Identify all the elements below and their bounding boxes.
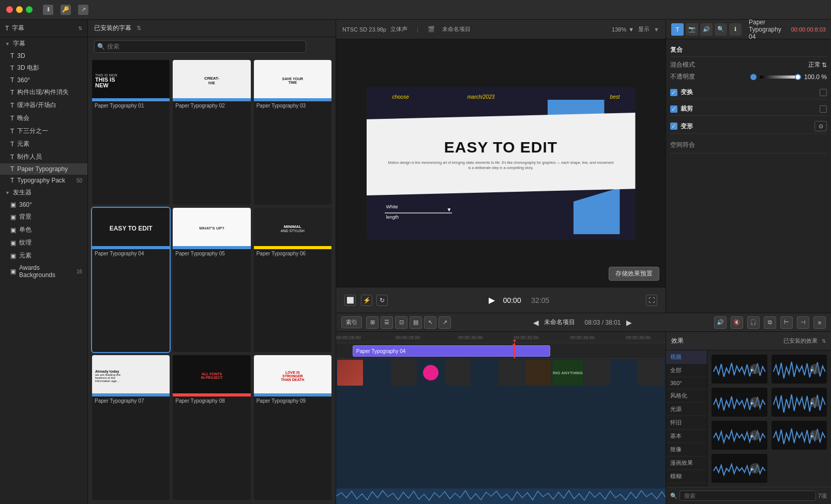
- sidebar-item-buffer-icon: T: [10, 102, 14, 109]
- sidebar-item-360[interactable]: T 360°: [0, 74, 87, 86]
- effect-cat-stylize[interactable]: 风格化: [666, 389, 707, 403]
- distort-checkbox[interactable]: ✓: [670, 123, 677, 130]
- crop-expand-btn[interactable]: [820, 105, 827, 113]
- maximize-button[interactable]: [26, 6, 33, 13]
- sidebar-item-3d[interactable]: T 3D: [0, 50, 87, 62]
- library-sort-icon[interactable]: ⇅: [137, 25, 141, 32]
- sidebar-item-3d-movie[interactable]: T 3D 电影: [0, 62, 87, 74]
- inspector-tab-text[interactable]: T: [671, 23, 684, 36]
- effect-cat-cartoon[interactable]: 漫画效果: [666, 456, 707, 470]
- wand-icon[interactable]: ⚡: [361, 295, 372, 306]
- inspector-tab-fx[interactable]: 🔍: [715, 23, 727, 36]
- effect-cat-blur[interactable]: 模糊: [666, 470, 707, 483]
- inspector-tab-video[interactable]: 📷: [686, 23, 698, 36]
- effect-cat-vintage[interactable]: 怀旧: [666, 416, 707, 430]
- view-button[interactable]: 显示: [638, 25, 649, 33]
- timeline-collapse[interactable]: ⊡: [395, 316, 407, 329]
- effect-lion-master[interactable]: ▶ Lion Master: [712, 421, 767, 450]
- download-icon[interactable]: ⬇: [43, 5, 53, 15]
- effect-cat-all[interactable]: 全部: [666, 364, 707, 377]
- opacity-slider[interactable]: [760, 75, 801, 79]
- timeline-clip-view[interactable]: ⊞: [366, 316, 379, 329]
- library-item-04[interactable]: EASY TO EDIT Paper Typography 04: [92, 208, 170, 353]
- save-effect-button[interactable]: 存储效果预置: [609, 267, 659, 281]
- effect-timemachine[interactable]: ▶ TimeMachine: [772, 421, 827, 450]
- library-item-03[interactable]: SAVE YOURTIME Paper Typography 03: [254, 60, 331, 205]
- library-item-07[interactable]: Already today we are leading the forefro…: [92, 355, 170, 500]
- effect-cat-basic[interactable]: 基本: [666, 430, 707, 443]
- sidebar-item-credits[interactable]: T 制作人员: [0, 150, 87, 163]
- distort-options-btn[interactable]: ⊙: [814, 121, 827, 131]
- effects-search-input[interactable]: [679, 491, 816, 501]
- library-item-05[interactable]: WHAT'S UP? Paper Typography 05: [173, 208, 250, 353]
- crop-checkbox[interactable]: ✓: [670, 105, 677, 113]
- sort-icon[interactable]: ⇅: [78, 25, 82, 31]
- effect-cat-collage[interactable]: 拼贴: [666, 483, 707, 487]
- library-item-02[interactable]: CREAT-IVE Paper Typography 02: [173, 60, 250, 205]
- transform-expand-btn[interactable]: [820, 89, 827, 96]
- sidebar-item-texture[interactable]: ▣ 纹理: [0, 236, 87, 249]
- sidebar-item-solid[interactable]: ▣ 单色: [0, 223, 87, 236]
- sidebar-item-gen-360-icon: ▣: [10, 201, 16, 208]
- library-item-09[interactable]: LOVE IS STRONGER THAN DEATH Paper Typogr…: [254, 355, 331, 500]
- sidebar-item-elements[interactable]: T 元素: [0, 138, 87, 150]
- effects-dropdown-arrow[interactable]: ⇅: [822, 338, 826, 344]
- library-item-06[interactable]: MINIMAL AND STYLISH Paper Typography 06: [254, 208, 331, 353]
- sidebar-item-paper-typography[interactable]: T Paper Typography: [0, 163, 87, 175]
- opacity-color-well[interactable]: [750, 74, 757, 80]
- timeline-more[interactable]: ≡: [813, 316, 826, 329]
- sidebar-item-party[interactable]: T 晚会: [0, 112, 87, 125]
- effects-installed-dropdown[interactable]: 已安装的效果: [783, 337, 818, 345]
- effect-cat-light[interactable]: 光源: [666, 403, 707, 416]
- timeline-filter[interactable]: ▤: [410, 316, 422, 329]
- sidebar-item-typography-pack[interactable]: T Typography Pack 50: [0, 175, 87, 186]
- timeline-cursor[interactable]: ↖: [424, 316, 436, 329]
- sidebar-item-background[interactable]: ▣ 背景: [0, 210, 87, 223]
- transform-checkbox[interactable]: ✓: [670, 89, 677, 96]
- sidebar-item-awards-bg[interactable]: ▣ Awards Backgrounds 16: [0, 262, 87, 281]
- timeline-mute[interactable]: 🔇: [731, 316, 743, 329]
- inspector-tab-audio[interactable]: 🔊: [700, 23, 713, 36]
- blend-mode-dropdown[interactable]: 正常 ⇅: [808, 60, 827, 69]
- play-button[interactable]: ▶: [485, 293, 499, 308]
- effect-fox-echo-chorus[interactable]: ▶ Fox Echo Chorus: [712, 388, 767, 417]
- crop-icon[interactable]: ⬜: [344, 295, 356, 306]
- minimize-button[interactable]: [16, 6, 23, 13]
- library-item-08[interactable]: ALL FONTS IN PROJECT Paper Typography 08: [173, 355, 250, 500]
- effect-dirty-dog-reverb[interactable]: ▶ Dirty Dog Reverb: [712, 355, 767, 384]
- sidebar-item-lower-third[interactable]: T 下三分之一: [0, 125, 87, 138]
- effect-gorilla-drive[interactable]: ▶ Gorilla Drive: [772, 388, 827, 417]
- close-button[interactable]: [6, 6, 13, 13]
- timeline-clip-btn[interactable]: ⧉: [764, 316, 776, 329]
- library-thumb-04: EASY TO EDIT: [92, 208, 170, 249]
- sidebar-item-gen-360[interactable]: ▣ 360°: [0, 199, 87, 210]
- effect-yak-delay[interactable]: ▶ Yak Delay: [712, 454, 767, 483]
- inspector-tab-info[interactable]: ℹ: [729, 23, 742, 36]
- title-clip-paper-typography[interactable]: Paper Typography 04: [353, 345, 550, 357]
- index-button[interactable]: 索引: [341, 316, 362, 328]
- inspector-clip-title: Paper Typography 04: [749, 20, 787, 40]
- sidebar-item-elements-icon: T: [10, 141, 14, 148]
- effect-cat-360[interactable]: 360°: [666, 377, 707, 389]
- timeline-prev-btn[interactable]: ◀: [533, 318, 539, 327]
- fullscreen-icon[interactable]: ⛶: [646, 295, 657, 306]
- share-icon[interactable]: ↗: [78, 5, 88, 15]
- sidebar-item-build[interactable]: T 构件出现/构件消失: [0, 86, 87, 99]
- effect-cat-keying[interactable]: 抠像: [666, 443, 707, 456]
- timeline-headphones[interactable]: 🎧: [747, 316, 760, 329]
- effect-cat-video[interactable]: 视频: [666, 350, 707, 364]
- timeline-trim[interactable]: ⊣: [797, 316, 809, 329]
- zoom-control[interactable]: 138% ▼: [612, 26, 634, 33]
- library-search-input[interactable]: [94, 40, 306, 53]
- rotate-icon[interactable]: ↻: [376, 295, 388, 306]
- key-icon[interactable]: 🔑: [61, 5, 71, 15]
- timeline-next-btn[interactable]: ▶: [626, 318, 632, 327]
- effect-flamingo-verb[interactable]: ▶ Flamingo Verb: [772, 355, 827, 384]
- sidebar-item-buffer[interactable]: T 缓冲器/开场白: [0, 99, 87, 112]
- library-item-01[interactable]: THIS IS NEW THIS IS NEW Paper Typography…: [92, 60, 170, 205]
- timeline-list-view[interactable]: ☰: [381, 316, 393, 329]
- timeline-cursor2[interactable]: ↗: [439, 316, 451, 329]
- sidebar-item-gen-elements[interactable]: ▣ 元素: [0, 249, 87, 262]
- timeline-split[interactable]: ⊢: [780, 316, 793, 329]
- timeline-audio-vol[interactable]: 🔊: [714, 316, 727, 329]
